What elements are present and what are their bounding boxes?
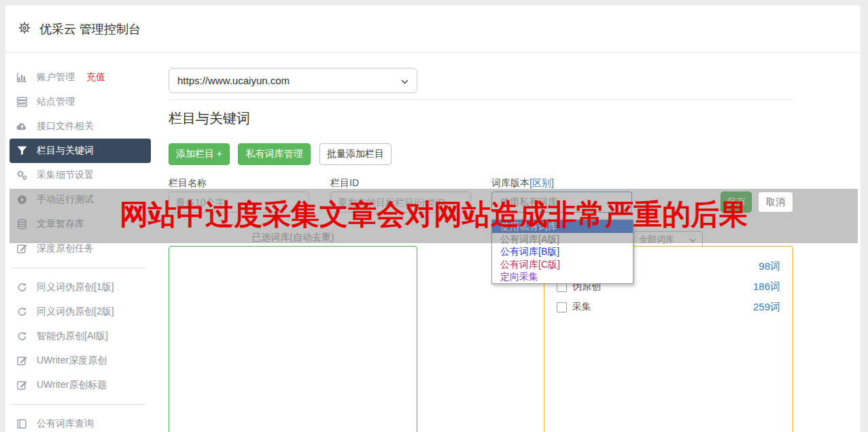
gears-icon xyxy=(16,170,28,181)
app-title: 优采云 管理控制台 xyxy=(39,21,141,37)
sidebar-item-label: 栏目与关键词 xyxy=(37,145,94,157)
dict-row: 采集 259词 xyxy=(557,298,780,316)
sidebar-item-label: 站点管理 xyxy=(37,96,75,108)
edit-icon xyxy=(16,243,28,254)
refresh-icon xyxy=(16,306,28,317)
sidebar-item-label: 同义词伪原创[2版] xyxy=(37,306,114,318)
sidebar-item-label: 接口文件相关 xyxy=(37,120,94,132)
dict-word-count: 186词 xyxy=(753,281,780,293)
selected-dict-panel[interactable] xyxy=(169,246,417,432)
edit-icon xyxy=(16,380,28,391)
dropdown-option-public-c[interactable]: 公有词库[C版] xyxy=(492,258,633,271)
sidebar-item-interface-files[interactable]: 接口文件相关 xyxy=(10,114,151,139)
bar-chart-icon xyxy=(16,72,28,83)
recharge-link[interactable]: 充值 xyxy=(86,71,105,84)
site-select[interactable]: https://www.ucaiyun.com xyxy=(169,68,417,93)
sidebar-divider xyxy=(11,268,145,268)
sidebar-item-public-dict-query[interactable]: 公有词库查询 xyxy=(10,412,151,432)
cloud-upload-icon xyxy=(16,121,28,132)
dict-version-diff-link[interactable]: [区别] xyxy=(530,177,554,188)
book-icon xyxy=(16,418,28,429)
sidebar-item-label: 智能伪原创[AI版] xyxy=(37,330,108,342)
sidebar-item-uwriter-title[interactable]: UWriter原创标题 xyxy=(10,373,151,397)
site-select-value: https://www.ucaiyun.com xyxy=(177,75,290,86)
gear-icon xyxy=(18,21,31,37)
sidebar-item-uwriter-deep[interactable]: UWriter深度原创 xyxy=(10,348,151,373)
sidebar-divider xyxy=(11,404,145,405)
refresh-icon xyxy=(16,282,28,293)
batch-add-column-button[interactable]: 批量添加栏目 xyxy=(319,143,392,165)
warning-overlay: 网站中过度采集文章会对网站造成非常严重的后果 xyxy=(10,189,858,243)
edit-icon xyxy=(16,355,28,366)
sidebar-item-label: 账户管理 xyxy=(37,71,75,84)
warning-text: 网站中过度采集文章会对网站造成非常严重的后果 xyxy=(120,196,748,234)
sidebar-item-label: UWriter深度原创 xyxy=(37,355,107,367)
chevron-down-icon xyxy=(401,75,409,86)
sidebar-item-ai-rewrite[interactable]: 智能伪原创[AI版] xyxy=(10,324,151,348)
sidebar-item-account[interactable]: 账户管理 充值 xyxy=(10,65,151,90)
sidebar-item-synonym-rewrite-1[interactable]: 同义词伪原创[1版] xyxy=(10,275,151,300)
sidebar-item-label: 深度原创任务 xyxy=(37,242,94,255)
sidebar-item-columns-keywords[interactable]: 栏目与关键词 xyxy=(10,139,151,163)
funnel-icon xyxy=(16,145,28,156)
sidebar-item-label: 同义词伪原创[1版] xyxy=(37,281,114,293)
checkbox[interactable] xyxy=(557,302,567,312)
column-name-label: 栏目名称 xyxy=(169,177,207,190)
private-dict-manage-button[interactable]: 私有词库管理 xyxy=(238,143,311,165)
dropdown-option-directed[interactable]: 定向采集 xyxy=(492,270,633,283)
refresh-icon xyxy=(16,331,28,342)
sidebar: 账户管理 充值 站点管理 接口文件相关 栏目与关键词 采集细节设置 手动运行测试… xyxy=(10,65,156,432)
add-column-button[interactable]: 添加栏目 + xyxy=(169,143,230,165)
dict-word-count: 98词 xyxy=(759,260,780,273)
column-id-label: 栏目ID xyxy=(330,177,359,190)
page-title: 栏目与关键词 xyxy=(169,109,250,128)
dict-word-count: 259词 xyxy=(753,301,780,314)
dropdown-option-public-b[interactable]: 公有词库[B版] xyxy=(492,245,633,258)
sidebar-item-synonym-rewrite-2[interactable]: 同义词伪原创[2版] xyxy=(10,300,151,324)
header-divider xyxy=(169,99,793,100)
cancel-button[interactable]: 取消 xyxy=(758,192,793,213)
sidebar-item-sites[interactable]: 站点管理 xyxy=(10,90,151,114)
sidebar-item-label: 公有词库查询 xyxy=(37,418,94,430)
sidebar-item-label: UWriter原创标题 xyxy=(37,379,107,391)
sidebar-item-label: 采集细节设置 xyxy=(37,169,94,181)
server-icon xyxy=(16,96,28,107)
app-header: 优采云 管理控制台 xyxy=(5,5,861,53)
sidebar-item-collect-settings[interactable]: 采集细节设置 xyxy=(10,163,151,187)
dict-version-label: 词库版本[区别] xyxy=(491,177,554,190)
dict-row-label: 采集 xyxy=(572,301,591,313)
